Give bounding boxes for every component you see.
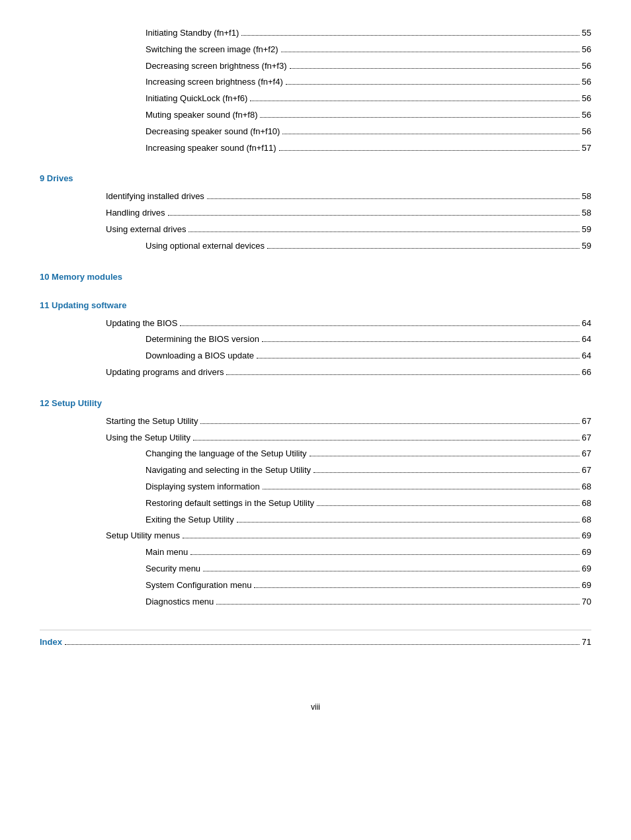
toc-entry-text: Updating the BIOS (106, 317, 177, 331)
toc-dots (203, 571, 579, 571)
toc-row: Restoring default settings in the Setup … (40, 497, 591, 511)
toc-entry-text: Security menu (146, 562, 200, 576)
toc-page: 56 (582, 108, 591, 122)
toc-dots (282, 134, 579, 134)
toc-entry-text: Using the Setup Utility (106, 431, 190, 445)
toc-row: Initiating Standby (fn+f1) 55 (40, 26, 591, 40)
toc-row: Main menu 69 (40, 546, 591, 560)
toc-dots (260, 117, 579, 118)
toc-page: 67 (582, 447, 591, 461)
toc-dots (317, 505, 579, 506)
toc-dots (286, 84, 579, 85)
toc-page: 69 (582, 579, 591, 593)
toc-entry-text: Exiting the Setup Utility (146, 513, 234, 527)
section-11-header: 11 Updating software (40, 300, 591, 310)
toc-dots (262, 341, 579, 342)
toc-dots (200, 423, 579, 424)
toc-dots (168, 215, 579, 216)
toc-row: Starting the Setup Utility 67 (40, 415, 591, 429)
page-number: viii (311, 702, 320, 712)
toc-entry-text: Using optional external devices (146, 239, 265, 253)
toc-dots (216, 604, 579, 605)
toc-dots (263, 489, 579, 489)
toc-page: 56 (582, 43, 591, 57)
toc-dots (189, 231, 579, 232)
toc-dots (180, 325, 579, 326)
toc-entry-text: Determining the BIOS version (146, 333, 259, 347)
toc-row: Using optional external devices 59 (40, 239, 591, 253)
toc-entry-text: Navigating and selecting in the Setup Ut… (146, 464, 311, 478)
toc-dots (267, 248, 579, 249)
toc-dots (193, 440, 579, 441)
toc-row: Diagnostics menu 70 (40, 595, 591, 609)
section-9-header: 9 Drives (40, 173, 591, 183)
toc-row-index: Index 71 (40, 636, 591, 650)
toc-row: Initiating QuickLock (fn+f6) 56 (40, 92, 591, 106)
toc-page: 68 (582, 480, 591, 494)
toc-row: System Configuration menu 69 (40, 579, 591, 593)
toc-page: 69 (582, 546, 591, 560)
toc-page: 66 (582, 366, 591, 380)
toc-entry-text: System Configuration menu (146, 579, 251, 593)
toc-dots (250, 101, 579, 101)
toc-dots (290, 68, 579, 69)
section-updating: 11 Updating software Updating the BIOS 6… (40, 300, 591, 380)
toc-row: Navigating and selecting in the Setup Ut… (40, 464, 591, 478)
toc-row: Increasing speaker sound (fn+f11) 57 (40, 142, 591, 155)
toc-entry-text: Increasing screen brightness (fn+f4) (146, 75, 283, 89)
toc-entry-text: Changing the language of the Setup Utili… (146, 447, 307, 461)
toc-page: 56 (582, 75, 591, 89)
toc-dots (207, 198, 579, 199)
toc-page: 64 (582, 317, 591, 331)
section-10-header: 10 Memory modules (40, 272, 591, 282)
toc-page: 68 (582, 497, 591, 511)
page-footer: viii (40, 702, 591, 712)
toc-dots (314, 472, 579, 473)
toc-entry-text: Identifying installed drives (106, 190, 204, 204)
toc-row: Using the Setup Utility 67 (40, 431, 591, 445)
toc-entry-text: Using external drives (106, 223, 186, 237)
toc-page: 69 (582, 562, 591, 576)
toc-entry-text: Decreasing speaker sound (fn+f10) (146, 125, 280, 139)
toc-entry-text: Restoring default settings in the Setup … (146, 497, 314, 511)
toc-dots (310, 456, 579, 456)
toc-entry-text: Updating programs and drivers (106, 366, 224, 380)
toc-entry-text: Main menu (146, 546, 188, 560)
toc-dots (257, 358, 579, 358)
toc-row: Exiting the Setup Utility 68 (40, 513, 591, 527)
toc-page: 70 (582, 595, 591, 609)
index-label: Index (40, 636, 62, 650)
toc-row: Decreasing speaker sound (fn+f10) 56 (40, 125, 591, 139)
toc-page: 58 (582, 206, 591, 220)
toc-entry-text: Muting speaker sound (fn+f8) (146, 108, 257, 122)
toc-row: Decreasing screen brightness (fn+f3) 56 (40, 60, 591, 73)
toc-row: Updating programs and drivers 66 (40, 366, 591, 380)
toc-entry-text: Switching the screen image (fn+f2) (146, 43, 278, 57)
toc-row: Switching the screen image (fn+f2) 56 (40, 43, 591, 57)
toc-page: 64 (582, 349, 591, 363)
toc-page: 56 (582, 92, 591, 106)
toc-row: Updating the BIOS 64 (40, 317, 591, 331)
toc-dots (254, 587, 579, 588)
toc-dots (241, 35, 579, 36)
toc-dots (281, 52, 579, 52)
toc-page: 64 (582, 333, 591, 347)
toc-dots (237, 522, 579, 523)
section-setup: 12 Setup Utility Starting the Setup Util… (40, 398, 591, 609)
toc-entry-text: Setup Utility menus (106, 529, 180, 543)
toc-entry-text: Starting the Setup Utility (106, 415, 198, 429)
toc-page: 56 (582, 60, 591, 73)
toc-entry-text: Increasing speaker sound (fn+f11) (146, 142, 276, 155)
toc-page: 59 (582, 239, 591, 253)
toc-row: Security menu 69 (40, 562, 591, 576)
toc-row: Setup Utility menus 69 (40, 529, 591, 543)
toc-entry-text: Displaying system information (146, 480, 260, 494)
toc-page: 69 (582, 529, 591, 543)
toc-page: 58 (582, 190, 591, 204)
toc-entry-text: Downloading a BIOS update (146, 349, 254, 363)
toc-row: Using external drives 59 (40, 223, 591, 237)
toc-page: 67 (582, 415, 591, 429)
toc-dots (183, 538, 579, 538)
toc-page-index: 71 (582, 636, 591, 650)
index-entry: Index 71 (40, 630, 591, 650)
